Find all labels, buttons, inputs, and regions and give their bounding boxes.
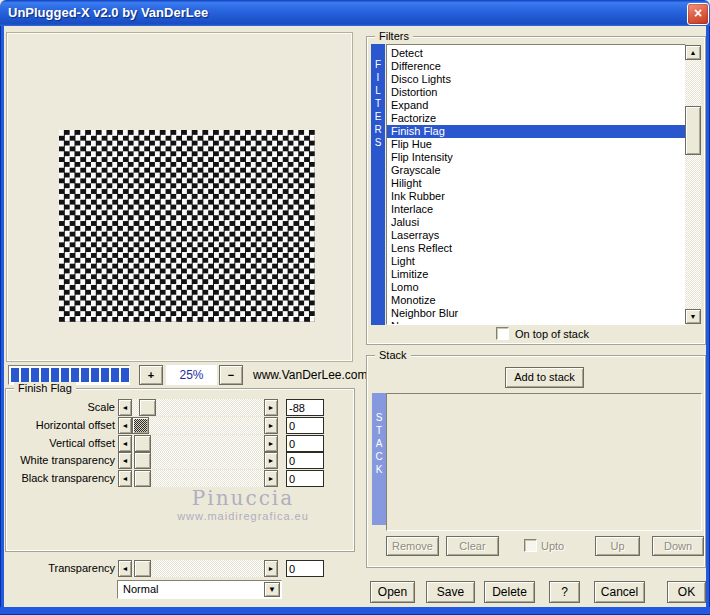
zoom-level-display: 25% (166, 365, 217, 385)
scale-label: Scale (5, 401, 115, 413)
left-arrow-icon[interactable]: ◄ (118, 470, 132, 487)
left-arrow-icon[interactable]: ◄ (118, 560, 132, 577)
filter-item[interactable]: Limitize (387, 268, 685, 281)
add-to-stack-button[interactable]: Add to stack (505, 367, 584, 388)
filter-item[interactable]: Expand (387, 99, 685, 112)
stack-sidebar: S T A C K (372, 393, 386, 525)
delete-button[interactable]: Delete (484, 581, 535, 603)
black-transparency-slider-track[interactable] (132, 470, 264, 487)
window-border-left (0, 26, 4, 615)
filter-item[interactable]: Ink Rubber (387, 190, 685, 203)
right-arrow-icon[interactable]: ► (264, 435, 278, 452)
filter-item[interactable]: Lens Reflect (387, 242, 685, 255)
white-transparency-slider-thumb[interactable] (134, 452, 151, 469)
left-arrow-icon[interactable]: ◄ (118, 399, 132, 416)
right-arrow-icon[interactable]: ► (264, 399, 278, 416)
left-arrow-icon[interactable]: ◄ (118, 452, 132, 469)
save-button[interactable]: Save (426, 581, 475, 603)
window-border-right (706, 26, 710, 615)
filter-item[interactable]: Lomo (387, 281, 685, 294)
black-transparency-slider-thumb[interactable] (134, 470, 151, 487)
vertical-offset-value-input[interactable] (286, 435, 324, 452)
vertical-offset-slider-track[interactable] (132, 435, 264, 452)
scale-slider-thumb[interactable] (139, 399, 156, 416)
transparency-value-input[interactable] (286, 560, 324, 577)
watermark: Pinuccia www.maidiregrafica.eu (130, 486, 356, 522)
white-transparency-value-input[interactable] (286, 452, 324, 469)
ok-button[interactable]: OK (667, 581, 706, 603)
left-arrow-icon[interactable]: ◄ (118, 417, 132, 434)
right-arrow-icon[interactable]: ► (264, 452, 278, 469)
scrollbar-track[interactable] (685, 60, 701, 309)
vertical-offset-label: Vertical offset (5, 437, 115, 449)
filter-item[interactable]: Flip Hue (387, 138, 685, 151)
on-top-of-stack-label: On top of stack (515, 328, 589, 340)
right-arrow-icon[interactable]: ► (264, 560, 278, 577)
window-border-bottom (0, 607, 710, 615)
slider-row-horizontal-offset: Horizontal offset ◄ ► (5, 417, 335, 435)
clear-button[interactable]: Clear (446, 536, 499, 556)
scale-value-input[interactable] (286, 399, 324, 416)
transparency-slider-thumb[interactable] (134, 560, 151, 577)
filter-item[interactable]: Laserrays (387, 229, 685, 242)
watermark-site: www.maidiregrafica.eu (130, 510, 356, 522)
close-icon: × (694, 5, 702, 21)
open-button[interactable]: Open (370, 581, 415, 603)
filter-item-selected[interactable]: Finish Flag (387, 125, 685, 138)
chevron-down-icon[interactable]: ▼ (264, 582, 280, 597)
scrollbar-thumb[interactable] (685, 106, 701, 155)
upto-label: Upto (541, 540, 564, 552)
filter-item[interactable]: Hilight (387, 177, 685, 190)
preview-panel (6, 32, 353, 362)
filter-item[interactable]: Distortion (387, 86, 685, 99)
blend-mode-value: Normal (123, 583, 158, 595)
filter-item[interactable]: Flip Intensity (387, 151, 685, 164)
cancel-button[interactable]: Cancel (594, 581, 645, 603)
scroll-up-icon[interactable]: ▲ (685, 45, 701, 60)
right-arrow-icon[interactable]: ► (264, 470, 278, 487)
filter-item[interactable]: Jalusi (387, 216, 685, 229)
filter-item[interactable]: Grayscale (387, 164, 685, 177)
filter-item[interactable]: Factorize (387, 112, 685, 125)
zoom-out-button[interactable]: − (219, 365, 243, 385)
slider-row-vertical-offset: Vertical offset ◄ ► (5, 435, 335, 453)
zoom-in-button[interactable]: + (139, 365, 163, 385)
scale-slider-track[interactable] (132, 399, 264, 416)
horizontal-offset-slider-thumb[interactable] (132, 417, 149, 434)
filter-params-group-label: Finish Flag (14, 382, 76, 394)
down-button[interactable]: Down (652, 536, 704, 556)
up-button[interactable]: Up (595, 536, 640, 556)
white-transparency-slider-track[interactable] (132, 452, 264, 469)
black-transparency-label: Black transparency (5, 472, 115, 484)
close-button[interactable]: × (687, 3, 709, 25)
upto-checkbox[interactable] (524, 539, 537, 552)
horizontal-offset-value-input[interactable] (286, 417, 324, 434)
transparency-slider-track[interactable] (132, 560, 264, 577)
filter-item[interactable]: Light (387, 255, 685, 268)
title-bar[interactable]: UnPlugged-X v2.0 by VanDerLee (0, 0, 710, 26)
stack-group-label: Stack (375, 349, 411, 361)
blend-mode-dropdown[interactable]: Normal ▼ (117, 580, 282, 599)
left-arrow-icon[interactable]: ◄ (118, 435, 132, 452)
filters-scrollbar[interactable]: ▲ ▼ (685, 45, 701, 324)
horizontal-offset-slider-track[interactable] (132, 417, 264, 434)
filter-item[interactable]: Neon (387, 320, 685, 325)
filter-item[interactable]: Detect (387, 47, 685, 60)
filter-item[interactable]: Monotize (387, 294, 685, 307)
filter-item[interactable]: Interlace (387, 203, 685, 216)
scroll-down-icon[interactable]: ▼ (685, 309, 701, 324)
vertical-offset-slider-thumb[interactable] (134, 435, 151, 452)
remove-button[interactable]: Remove (386, 536, 439, 556)
slider-row-scale: Scale ◄ ► (5, 399, 335, 417)
preview-image-checkerboard[interactable] (59, 130, 315, 322)
black-transparency-value-input[interactable] (286, 470, 324, 487)
filter-item[interactable]: Neighbor Blur (387, 307, 685, 320)
filter-item[interactable]: Disco Lights (387, 73, 685, 86)
help-button[interactable]: ? (549, 581, 580, 603)
filter-item[interactable]: Difference (387, 60, 685, 73)
filters-list[interactable]: Detect Difference Disco Lights Distortio… (386, 44, 686, 325)
right-arrow-icon[interactable]: ► (264, 417, 278, 434)
slider-row-transparency: Transparency ◄ ► (5, 560, 335, 578)
stack-list[interactable] (386, 393, 702, 531)
on-top-of-stack-checkbox[interactable] (496, 327, 509, 340)
